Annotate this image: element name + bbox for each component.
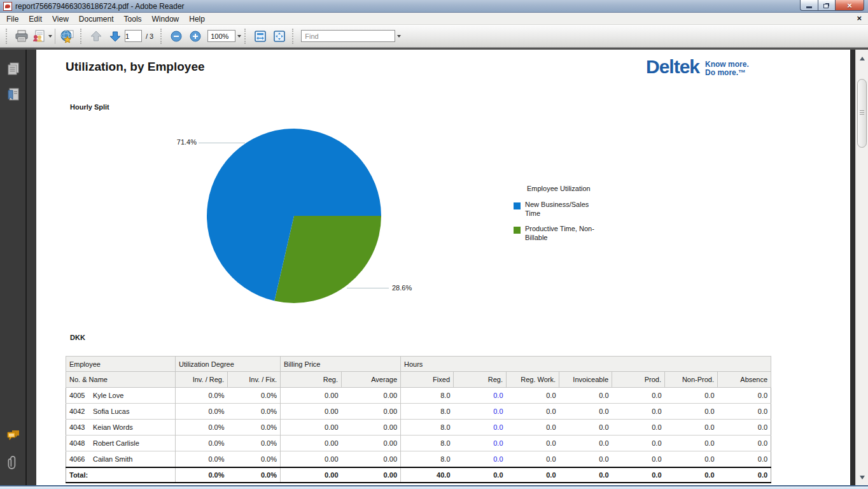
employee-cell: 4066Cailan Smith <box>66 451 176 467</box>
menu-bar: FileEditViewDocumentToolsWindowHelp × <box>0 13 868 25</box>
menu-item-document[interactable]: Document <box>74 15 119 24</box>
total-row: Total:0.0%0.0%0.000.0040.00.00.00.00.00.… <box>66 467 771 483</box>
value-cell: 0.0 <box>612 451 665 467</box>
legend-swatch <box>514 227 521 234</box>
scrollbar-thumb[interactable] <box>857 79 867 148</box>
brand-tagline-line1: Know more. <box>705 60 749 69</box>
employee-cell: 4005Kyle Love <box>66 388 176 404</box>
zoom-level-select[interactable]: 100% <box>207 30 235 42</box>
menu-item-edit[interactable]: Edit <box>24 15 47 24</box>
zoom-in-button[interactable] <box>186 27 205 45</box>
comments-icon[interactable] <box>6 428 21 443</box>
toolbar-grip[interactable] <box>292 29 295 44</box>
callout-line <box>347 288 389 288</box>
vertical-scrollbar[interactable] <box>855 50 868 485</box>
collaborate-button[interactable] <box>58 27 77 45</box>
find-input[interactable] <box>301 30 395 42</box>
value-cell: 0.0 <box>559 436 612 451</box>
fit-width-button[interactable] <box>251 27 270 45</box>
menu-item-help[interactable]: Help <box>184 15 210 24</box>
scroll-up-button[interactable] <box>856 53 868 64</box>
value-cell: 0.0 <box>718 388 771 404</box>
column-header: Reg. Work. <box>507 372 559 388</box>
share-document-button[interactable] <box>31 27 52 45</box>
value-cell: 8.0 <box>401 451 454 467</box>
collaborate-globe-icon <box>60 29 75 43</box>
reg-hours-link[interactable]: 0.0 <box>454 451 507 467</box>
value-cell: 0.00 <box>281 451 342 467</box>
employee-name: Robert Carlisle <box>93 439 139 447</box>
print-button[interactable] <box>12 27 31 45</box>
value-cell: 0.00 <box>342 420 401 436</box>
zoom-out-icon <box>170 30 183 43</box>
employee-cell: 4048Robert Carlisle <box>66 436 176 451</box>
fit-page-button[interactable] <box>270 27 289 45</box>
column-header: Prod. <box>612 372 665 388</box>
menu-item-file[interactable]: File <box>1 15 24 24</box>
scroll-down-button[interactable] <box>856 472 868 483</box>
column-group-header: Hours <box>401 357 771 372</box>
brand-name: Deltek <box>646 56 699 78</box>
total-value-cell: 0.0% <box>176 467 228 483</box>
fit-width-icon <box>253 29 267 43</box>
toolbar-grip[interactable] <box>6 29 9 44</box>
column-header: Reg. <box>454 372 507 388</box>
pie-slice-label: 28.6% <box>392 284 412 292</box>
toolbar-separator <box>55 29 55 44</box>
toolbar-grip[interactable] <box>80 29 83 44</box>
toolbar-grip[interactable] <box>160 29 164 44</box>
value-cell: 0.0% <box>228 404 281 420</box>
employee-number: 4043 <box>69 423 93 431</box>
zoom-dropdown-caret[interactable] <box>237 35 241 38</box>
brand-tagline-line2: Do more.™ <box>705 68 746 77</box>
menu-item-view[interactable]: View <box>47 15 74 24</box>
close-button[interactable]: × <box>836 0 864 11</box>
toolbar: / 3 100% <box>0 25 868 48</box>
window-title: report7566794663036186724.pdf - Adobe Re… <box>15 2 185 11</box>
column-header: Fixed <box>401 372 454 388</box>
page-shadow <box>850 50 855 485</box>
scroll-up-icon <box>860 57 865 60</box>
close-document-icon[interactable]: × <box>857 13 862 24</box>
value-cell: 0.0 <box>612 436 665 451</box>
value-cell: 0.00 <box>342 404 401 420</box>
minimize-button[interactable] <box>800 0 818 11</box>
column-header: No. & Name <box>66 372 176 388</box>
value-cell: 0.0 <box>507 436 559 451</box>
reg-hours-link[interactable]: 0.0 <box>454 420 507 436</box>
table-row: 4043Keian Words0.0%0.0%0.000.008.00.00.0… <box>66 420 771 436</box>
toolbar-grip[interactable] <box>244 29 248 44</box>
reg-hours-link[interactable]: 0.0 <box>454 436 507 451</box>
minimize-icon <box>806 6 812 8</box>
reg-hours-link[interactable]: 0.0 <box>454 388 507 404</box>
value-cell: 0.0 <box>612 404 665 420</box>
report-title: Utilization, by Employee <box>66 60 205 74</box>
find-dropdown-caret[interactable] <box>397 35 401 38</box>
title-bar: report7566794663036186724.pdf - Adobe Re… <box>0 0 868 13</box>
page-total-label: / 3 <box>146 32 153 40</box>
column-header: Inv. / Fix. <box>228 372 281 388</box>
page-thumbnails-icon[interactable] <box>6 61 21 76</box>
value-cell: 0.0% <box>176 436 228 451</box>
next-page-button[interactable] <box>106 27 125 45</box>
page-number-input[interactable] <box>125 30 142 42</box>
callout-line <box>199 143 245 143</box>
bookmarks-icon[interactable] <box>6 87 21 102</box>
attachments-icon[interactable] <box>6 456 21 471</box>
menu-item-window[interactable]: Window <box>147 15 185 24</box>
reg-hours-link[interactable]: 0.0 <box>454 404 507 420</box>
value-cell: 0.0 <box>507 420 559 436</box>
legend-label: Productive Time, Non-Billable <box>525 224 601 242</box>
value-cell: 0.0 <box>507 404 559 420</box>
total-value-cell: 0.0 <box>507 467 559 483</box>
previous-page-button[interactable] <box>87 27 106 45</box>
value-cell: 0.0 <box>507 388 559 404</box>
restore-button[interactable] <box>818 0 836 11</box>
zoom-out-button[interactable] <box>167 27 186 45</box>
column-header: Invoiceable <box>559 372 612 388</box>
menu-item-tools[interactable]: Tools <box>119 15 147 24</box>
value-cell: 0.00 <box>281 436 342 451</box>
fit-page-icon <box>272 29 286 43</box>
chart-legend: Employee Utilization New Business/Sales … <box>514 185 628 248</box>
employee-number: 4066 <box>69 455 93 463</box>
